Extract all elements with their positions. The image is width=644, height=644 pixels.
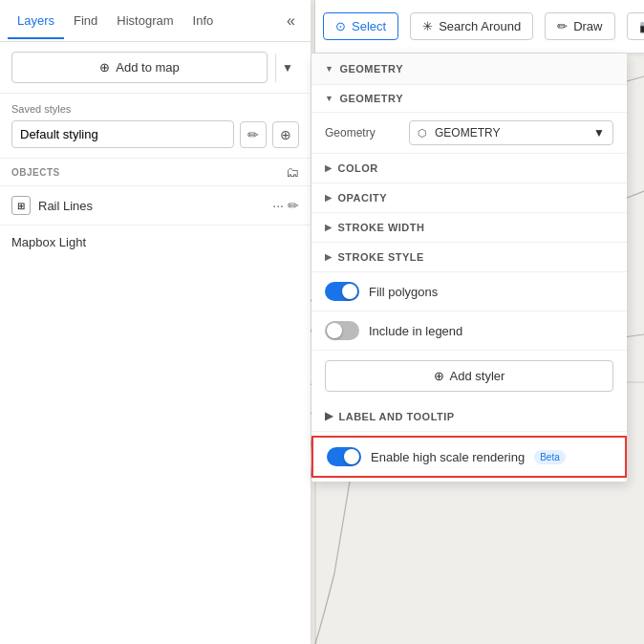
objects-folder-button[interactable]: 🗂 [286,164,299,180]
search-around-button[interactable]: ✳ Search Around [410,12,533,40]
basemap-name: Mapbox Light [11,235,86,249]
objects-header-actions: 🗂 [286,164,299,180]
layer-actions: ··· ✏ [272,198,299,213]
add-styler-label: Add styler [450,369,505,383]
include-in-legend-label: Include in legend [369,324,462,338]
high-scale-rendering-label: Enable high scale rendering [371,450,525,464]
camera-button[interactable]: 📷 [627,12,645,40]
tab-histogram[interactable]: Histogram [107,4,182,39]
collapse-panel-button[interactable]: « [279,9,303,33]
geometry-dropdown-row: Geometry ⬡ GEOMETRY ▼ [311,113,627,154]
tab-info[interactable]: Info [183,4,224,39]
high-scale-rendering-toggle[interactable] [327,447,361,466]
tabs-bar: Layers Find Histogram Info « [0,0,311,42]
select-label: Select [352,19,386,33]
geometry-panel: ▼ GEOMETRY ▼ GEOMETRY Geometry ⬡ GEOMETR… [311,54,627,482]
geometry-dd-icon: ⬡ [418,127,427,140]
fill-polygons-toggle[interactable] [325,282,359,301]
high-scale-rendering-row: Enable high scale rendering Beta [311,436,627,478]
stroke-style-label: STROKE STYLE [338,251,424,263]
geometry-subsection: ▼ GEOMETRY Geometry ⬡ GEOMETRY ▼ ▶ COLOR… [311,85,627,351]
layer-name: Rail Lines [38,199,265,213]
layer-more-button[interactable]: ··· [272,198,284,213]
stroke-width-label: STROKE WIDTH [338,222,425,233]
left-panel: Layers Find Histogram Info « ⊕ Add to ma… [0,0,311,644]
layer-item-rail-lines[interactable]: ⊞ Rail Lines ··· ✏ [0,186,311,225]
stroke-style-arrow: ▶ [325,252,333,262]
search-around-icon: ✳ [422,19,433,33]
geometry-sub-header[interactable]: ▼ GEOMETRY [311,85,627,113]
toolbar: ⊙ Select ✳ Search Around ✏ Draw 📷 [315,0,644,54]
basemap-item[interactable]: Mapbox Light [0,225,311,259]
draw-button[interactable]: ✏ Draw [545,12,614,40]
objects-header: OBJECTS 🗂 [0,159,311,186]
plus-icon: ⊕ [99,60,110,75]
include-in-legend-row: Include in legend [311,311,627,351]
opacity-collapsible[interactable]: ▶ OPACITY [311,183,627,213]
opacity-label: OPACITY [338,192,388,204]
geometry-dd-arrow: ▼ [593,126,605,140]
add-to-map-button[interactable]: ⊕ Add to map [11,52,268,83]
geometry-section-label: GEOMETRY [339,63,403,75]
label-tooltip-label: LABEL AND TOOLTIP [339,411,455,422]
geometry-value-dropdown[interactable]: ⬡ GEOMETRY ▼ [409,120,613,145]
tab-layers[interactable]: Layers [8,4,64,39]
geometry-row-label: Geometry [325,126,401,140]
style-row: Default styling ✏ ⊕ [11,120,299,148]
label-tooltip-arrow: ▶ [325,410,333,422]
objects-label: OBJECTS [11,167,60,178]
layer-icon: ⊞ [11,196,31,215]
saved-styles-label: Saved styles [11,103,299,115]
stroke-style-collapsible[interactable]: ▶ STROKE STYLE [311,243,627,272]
camera-icon: 📷 [639,19,645,33]
add-styler-icon: ⊕ [434,369,444,383]
saved-styles-section: Saved styles Default styling ✏ ⊕ [0,94,311,159]
include-in-legend-toggle[interactable] [325,321,359,340]
add-to-map-dropdown-button[interactable]: ▼ [275,54,299,82]
fill-polygons-label: Fill polygons [369,285,438,299]
geometry-sub-label: GEOMETRY [339,93,403,104]
layer-edit-button[interactable]: ✏ [288,198,299,213]
beta-badge: Beta [534,450,566,464]
color-arrow: ▶ [325,163,333,173]
geometry-section-header[interactable]: ▼ GEOMETRY [311,54,627,85]
select-button[interactable]: ⊙ Select [323,12,398,40]
add-to-map-row: ⊕ Add to map ▼ [0,42,311,94]
add-style-button[interactable]: ⊕ [272,121,299,148]
color-label: COLOR [338,162,378,174]
search-around-label: Search Around [439,19,521,33]
stroke-width-arrow: ▶ [325,223,333,232]
tab-find[interactable]: Find [64,4,107,39]
add-to-map-label: Add to map [116,60,180,75]
label-tooltip-section[interactable]: ▶ LABEL AND TOOLTIP [311,401,627,432]
select-icon: ⊙ [335,19,346,33]
geometry-sub-arrow: ▼ [325,94,333,103]
add-styler-button[interactable]: ⊕ Add styler [325,360,613,392]
style-select[interactable]: Default styling [11,120,234,148]
draw-icon: ✏ [557,19,568,33]
draw-label: Draw [573,19,602,33]
geometry-section-arrow: ▼ [325,64,333,74]
edit-style-button[interactable]: ✏ [240,121,267,148]
geometry-value-label: GEOMETRY [435,126,500,140]
color-collapsible[interactable]: ▶ COLOR [311,154,627,183]
stroke-width-collapsible[interactable]: ▶ STROKE WIDTH [311,213,627,243]
fill-polygons-row: Fill polygons [311,272,627,311]
opacity-arrow: ▶ [325,193,333,203]
